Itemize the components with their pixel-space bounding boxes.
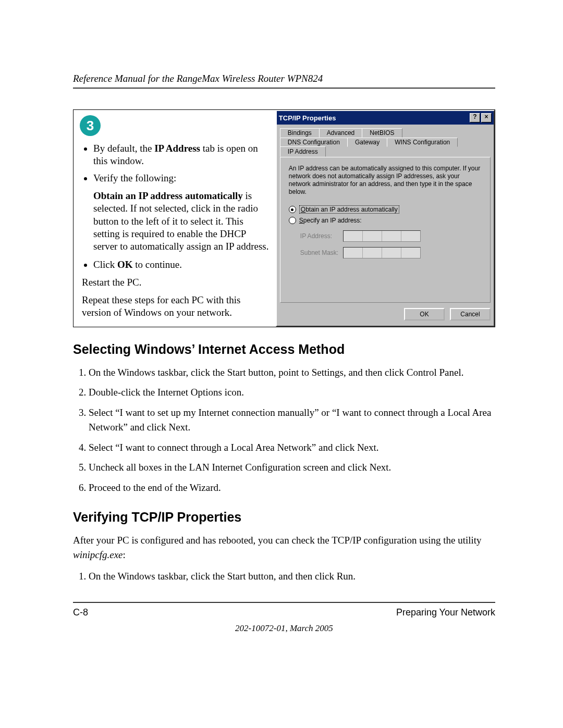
text-bold: IP Address	[154, 143, 200, 154]
mnemonic: S	[299, 217, 303, 224]
chapter-title: Preparing Your Network	[396, 607, 495, 618]
step3-obtain-ip-paragraph: Obtain an IP address automatically is se…	[93, 190, 271, 253]
step-number-badge: 3	[80, 115, 101, 136]
heading-selecting-internet-access: Selecting Windows’ Internet Access Metho…	[73, 342, 495, 357]
ip-address-field-row: IP Address:	[300, 230, 482, 242]
radio-specify-ip[interactable]: Specify an IP address:	[289, 217, 482, 224]
tab-wins-configuration[interactable]: WINS Configuration	[387, 138, 458, 147]
command-name: winipcfg.exe	[73, 549, 123, 560]
dialog-title: TCP/IP Properties	[279, 114, 336, 122]
internet-access-steps: On the Windows taskbar, click the Start …	[73, 365, 495, 496]
verifying-intro: After your PC is configured and has rebo…	[73, 533, 495, 562]
tab-dns-configuration[interactable]: DNS Configuration	[280, 138, 348, 147]
list-item: On the Windows taskbar, click the Start …	[89, 569, 495, 584]
page-number: C-8	[73, 607, 88, 618]
tab-ip-address[interactable]: IP Address	[280, 146, 326, 157]
heading-verifying-tcpip: Verifying TCP/IP Properties	[73, 510, 495, 525]
ip-address-label: IP Address:	[300, 232, 343, 240]
text-bold: OK	[117, 259, 133, 270]
tab-bindings[interactable]: Bindings	[280, 128, 320, 138]
header-rule	[73, 88, 495, 89]
page-footer: C-8 Preparing Your Network	[73, 607, 495, 618]
close-button[interactable]: ×	[481, 113, 492, 122]
text: pecify an IP address:	[303, 217, 362, 224]
subnet-mask-input	[343, 247, 421, 258]
tcpip-properties-dialog: TCP/IP Properties ? × Bindings Advanced …	[276, 110, 495, 327]
tab-row-1: Bindings Advanced NetBIOS	[280, 128, 491, 137]
step3-container: 3 By default, the IP Address tab is open…	[73, 109, 495, 327]
cancel-button[interactable]: Cancel	[450, 308, 491, 320]
radio-obtain-automatically[interactable]: Obtain an IP address automatically	[289, 205, 482, 214]
step3-restart: Restart the PC.	[82, 276, 271, 289]
running-header: Reference Manual for the RangeMax Wirele…	[73, 73, 495, 84]
step3-bullet-verify: Verify the following:	[93, 172, 271, 184]
list-item: Select “I want to connect through a Loca…	[89, 440, 495, 455]
ok-button[interactable]: OK	[404, 308, 445, 320]
text: Click	[93, 259, 117, 270]
text: btain an IP address automatically	[305, 206, 398, 213]
footer-rule	[73, 602, 495, 603]
list-item: Uncheck all boxes in the LAN Internet Co…	[89, 460, 495, 475]
dialog-titlebar: TCP/IP Properties ? ×	[277, 111, 494, 125]
verifying-steps: On the Windows taskbar, click the Start …	[73, 569, 495, 584]
step3-bullet-ipaddress-tab: By default, the IP Address tab is open o…	[93, 142, 271, 168]
radio-dot-icon	[289, 206, 296, 213]
tab-row-2: DNS Configuration Gateway WINS Configura…	[280, 137, 491, 157]
list-item: Select “I want to set up my Internet con…	[89, 405, 495, 435]
ip-address-tab-panel: An IP address can be automatically assig…	[280, 157, 491, 303]
ip-address-description: An IP address can be automatically assig…	[289, 165, 482, 196]
step3-bullet-click-ok: Click OK to continue.	[93, 258, 271, 271]
subnet-mask-label: Subnet Mask:	[300, 249, 343, 256]
tab-gateway[interactable]: Gateway	[347, 138, 387, 147]
tab-advanced[interactable]: Advanced	[319, 128, 362, 138]
list-item: Double-click the Internet Options icon.	[89, 385, 495, 400]
text: By default, the	[93, 143, 154, 154]
list-item: Proceed to the end of the Wizard.	[89, 480, 495, 496]
mnemonic: O	[301, 206, 305, 213]
subnet-mask-field-row: Subnet Mask:	[300, 247, 482, 258]
radio-dot-icon	[289, 217, 296, 224]
list-item: On the Windows taskbar, click the Start …	[89, 365, 495, 380]
publication-info: 202-10072-01, March 2005	[73, 623, 495, 634]
step3-repeat: Repeat these steps for each PC with this…	[82, 294, 271, 319]
text: After your PC is configured and has rebo…	[73, 535, 482, 546]
text: to continue.	[132, 259, 181, 270]
ip-address-input	[343, 230, 421, 242]
help-button[interactable]: ?	[470, 113, 480, 122]
tab-netbios[interactable]: NetBIOS	[362, 128, 402, 138]
radio-obtain-label: Obtain an IP address automatically	[299, 205, 399, 214]
radio-specify-label: Specify an IP address:	[299, 217, 362, 224]
text-bold: Obtain an IP address automatically	[93, 190, 243, 201]
step3-instructions: 3 By default, the IP Address tab is open…	[74, 110, 276, 327]
text: :	[123, 549, 126, 560]
dialog-button-row: OK Cancel	[280, 308, 491, 320]
tcpip-dialog-screenshot: TCP/IP Properties ? × Bindings Advanced …	[276, 110, 495, 327]
